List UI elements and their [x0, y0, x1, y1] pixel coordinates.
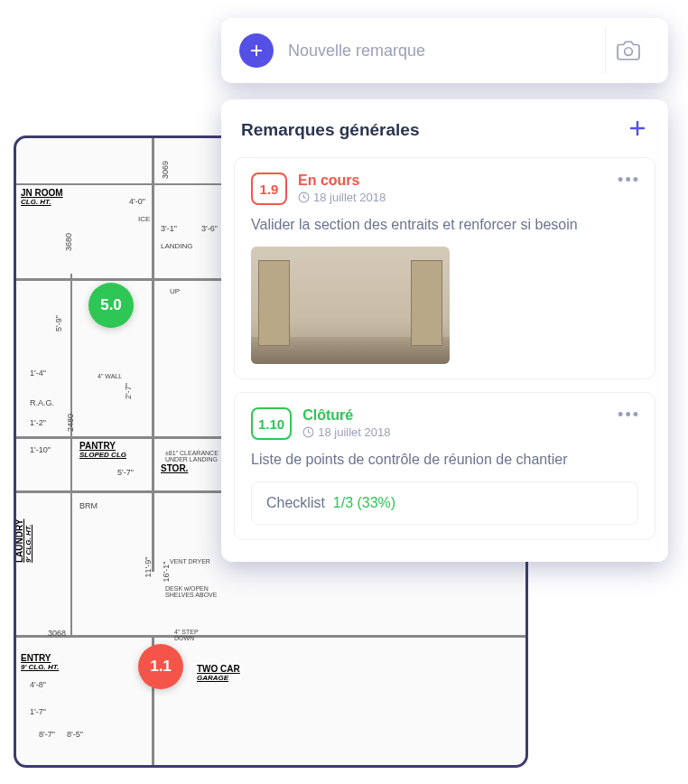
dimension: 11'-9": [144, 557, 153, 578]
dimension: 2480: [66, 414, 75, 432]
add-remark-header-button[interactable]: [627, 117, 648, 143]
dimension: 1'-2": [30, 418, 46, 427]
plus-icon: [248, 42, 265, 59]
note: VENT DRYER: [170, 558, 210, 565]
dimension: 3680: [64, 233, 73, 251]
dimension: 8'-5": [67, 730, 83, 739]
note: DESK w/OPEN SHELVES ABOVE: [165, 585, 237, 598]
camera-button[interactable]: [605, 28, 650, 73]
svg-point-2: [624, 48, 632, 56]
room-label: LANDING: [161, 242, 193, 250]
map-marker-red[interactable]: 1.1: [138, 644, 183, 689]
plus-icon: [627, 117, 648, 139]
dimension: 5'-9": [54, 315, 63, 331]
remark-description: Valider la section des entraits et renfo…: [251, 214, 638, 236]
remark-date: 18 juillet 2018: [302, 425, 390, 439]
dimension: 8'-7": [39, 730, 55, 739]
camera-icon: [617, 39, 640, 62]
remark-badge: 1.9: [251, 173, 287, 205]
dimension: 1'-10": [30, 445, 51, 454]
clock-icon: [302, 426, 314, 438]
dimension: 1'-4": [30, 369, 46, 378]
room-label: BRM: [79, 501, 98, 510]
room-label: STOR.: [161, 463, 188, 473]
new-remark-bar: Nouvelle remarque: [221, 18, 668, 83]
new-remark-input[interactable]: Nouvelle remarque: [288, 42, 596, 61]
card-menu-button[interactable]: •••: [618, 406, 640, 425]
dimension: 3'-6": [201, 224, 218, 233]
room-label: ICE: [138, 215, 150, 223]
remark-card[interactable]: ••• 1.10 Clôturé 18 juillet 2018 Liste d…: [234, 392, 655, 540]
remark-description: Liste de points de contrôle de réunion d…: [251, 449, 638, 471]
remark-status: Clôturé: [302, 407, 390, 424]
room-label: LAUNDRY 9' CLG. HT.: [14, 518, 33, 563]
dimension: 2'-7": [124, 383, 133, 399]
panel-title: Remarques générales: [241, 120, 420, 140]
dimension: 4'-0": [129, 197, 145, 206]
room-label: JN ROOM CLG. HT.: [21, 188, 63, 206]
remark-status: En cours: [298, 173, 386, 189]
dimension: 3'-1": [161, 224, 177, 233]
dimension: 3068: [48, 629, 66, 638]
remark-attachment-image[interactable]: [251, 247, 450, 364]
room-label: UP: [170, 287, 180, 295]
remark-date: 18 juillet 2018: [298, 191, 386, 204]
panel-header: Remarques générales: [221, 99, 668, 157]
room-label: PANTRY SLOPED CLG: [79, 441, 126, 459]
clock-icon: [298, 191, 310, 203]
dimension: 1'-7": [30, 707, 46, 716]
note: ±81" CLEARANCE UNDER LANDING: [165, 450, 228, 462]
dimension: 4'-8": [30, 680, 46, 689]
add-remark-button[interactable]: [239, 33, 274, 68]
room-label: R.A.G.: [30, 398, 54, 407]
remark-badge: 1.10: [251, 407, 292, 440]
remarks-panel: Remarques générales ••• 1.9 En cours: [221, 99, 668, 562]
remark-card[interactable]: ••• 1.9 En cours 18 juillet 2018 Valider…: [234, 157, 655, 379]
map-marker-green[interactable]: 5.0: [88, 283, 134, 328]
dimension: 5'-7": [117, 468, 134, 477]
room-label: TWO CAR GARAGE: [197, 664, 240, 682]
checklist-summary[interactable]: Checklist 1/3 (33%): [251, 481, 638, 525]
note: 4" STEP DOWN: [174, 629, 210, 641]
dimension: 3069: [161, 161, 170, 179]
card-menu-button[interactable]: •••: [618, 171, 640, 190]
note: 4" WALL: [98, 373, 122, 379]
room-label: ENTRY 9' CLG. HT.: [21, 653, 59, 671]
